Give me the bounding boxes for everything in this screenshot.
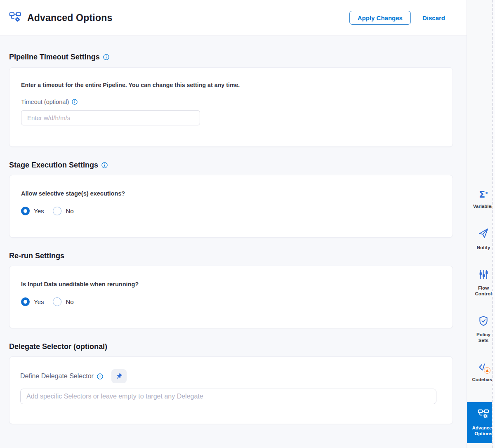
main-panel: Advanced Options Apply Changes Discard P… [0, 0, 467, 448]
info-icon[interactable] [103, 54, 109, 60]
radio-yes-label: Yes [34, 298, 44, 305]
nav-label: Advanced Options [471, 425, 492, 436]
nav-label: Notify [471, 245, 492, 250]
delegate-heading-text: Delegate Selector (optional) [9, 342, 107, 351]
studio-right-nav: Σx Variables Notify [467, 0, 492, 448]
delegate-card: Define Delegate Selector [9, 356, 453, 424]
rerun-question: Is Input Data uneditable when rerunning? [21, 281, 441, 288]
advanced-options-icon [9, 11, 21, 24]
delegate-field-label-row: Define Delegate Selector [20, 369, 441, 383]
pipeline-advanced-options-panel: Advanced Options Apply Changes Discard P… [0, 0, 495, 448]
info-icon[interactable] [97, 373, 103, 380]
flow-control-icon [478, 269, 489, 281]
title-group: Advanced Options [9, 11, 349, 24]
stage-execution-section-heading: Stage Execution Settings [9, 161, 453, 169]
stage-execution-question: Allow selective stage(s) executions? [21, 190, 441, 197]
radio-option-no[interactable]: No [53, 207, 73, 215]
apply-changes-button[interactable]: Apply Changes [349, 11, 411, 25]
discard-button[interactable]: Discard [422, 14, 445, 21]
canvas-edge-divider [492, 0, 495, 448]
nav-item-codebase[interactable]: Codebase [467, 362, 492, 382]
timeout-heading-text: Pipeline Timeout Settings [9, 53, 100, 61]
radio-selected-icon[interactable] [21, 297, 30, 306]
delegate-selector-input[interactable] [20, 389, 436, 404]
notify-icon [478, 228, 489, 241]
radio-option-yes[interactable]: Yes [21, 297, 44, 306]
pushpin-icon [114, 371, 124, 381]
rerun-radio-group: Yes No [21, 297, 441, 306]
radio-unselected-icon[interactable] [53, 207, 61, 215]
stage-execution-card: Allow selective stage(s) executions? Yes… [9, 175, 453, 238]
nav-item-policy-sets[interactable]: Policy Sets [467, 316, 492, 343]
settings-content: Pipeline Timeout Settings Enter a timeou… [0, 36, 467, 424]
page-title: Advanced Options [27, 12, 112, 24]
nav-label: Flow Control [471, 285, 492, 297]
radio-option-no[interactable]: No [53, 297, 73, 306]
codebase-icon [478, 362, 489, 373]
warning-triangle-icon [486, 369, 489, 372]
info-icon[interactable] [101, 162, 108, 168]
variables-icon: Σx [479, 188, 488, 200]
advanced-options-icon [478, 408, 489, 421]
rerun-section-heading: Re-run Settings [9, 252, 453, 260]
timeout-section-heading: Pipeline Timeout Settings [9, 53, 453, 61]
policy-sets-icon [478, 316, 489, 328]
radio-option-yes[interactable]: Yes [21, 207, 44, 215]
nav-label: Policy Sets [471, 332, 492, 343]
radio-selected-icon[interactable] [21, 207, 30, 215]
nav-item-flow-control[interactable]: Flow Control [467, 269, 492, 297]
info-icon[interactable] [72, 99, 78, 105]
nav-item-variables[interactable]: Σx Variables [467, 188, 492, 209]
radio-yes-label: Yes [34, 207, 44, 215]
timeout-description: Enter a timeout for the entire Pipeline.… [21, 82, 441, 88]
timeout-field-label-row: Timeout (optional) [21, 99, 441, 105]
panel-header: Advanced Options Apply Changes Discard [0, 0, 467, 36]
timeout-card: Enter a timeout for the entire Pipeline.… [9, 67, 453, 147]
stage-execution-radio-group: Yes No [21, 207, 441, 215]
radio-no-label: No [66, 298, 73, 305]
nav-label: Variables [471, 203, 492, 209]
rerun-heading-text: Re-run Settings [9, 252, 64, 260]
pin-delegate-button[interactable] [111, 369, 127, 383]
timeout-field-label: Timeout (optional) [21, 99, 69, 105]
stage-execution-heading-text: Stage Execution Settings [9, 161, 98, 169]
nav-item-notify[interactable]: Notify [467, 228, 492, 250]
radio-unselected-icon[interactable] [53, 297, 61, 306]
nav-label: Codebase [471, 377, 492, 382]
delegate-field-label: Define Delegate Selector [20, 373, 94, 380]
rerun-card: Is Input Data uneditable when rerunning?… [9, 266, 453, 328]
timeout-input[interactable] [21, 110, 200, 125]
nav-item-advanced-options[interactable]: Advanced Options [467, 402, 492, 443]
delegate-section-heading: Delegate Selector (optional) [9, 342, 453, 351]
header-actions: Apply Changes Discard [349, 11, 445, 25]
codebase-warning-badge [484, 367, 490, 374]
radio-no-label: No [66, 207, 73, 215]
